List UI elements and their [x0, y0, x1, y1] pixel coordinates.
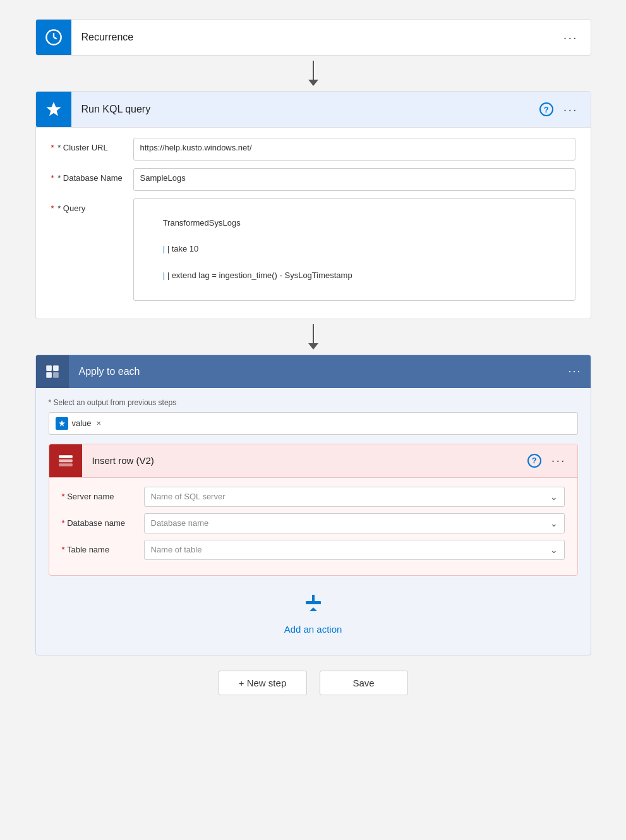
query-row: * * Query TransformedSysLogs | | take 10… [51, 198, 575, 301]
insert-icon-wrap [49, 444, 82, 477]
db-input[interactable]: SampleLogs [133, 168, 575, 191]
svg-rect-11 [59, 463, 73, 466]
dbname-dropdown[interactable]: Database name ⌄ [144, 513, 565, 533]
dbname-chevron-icon: ⌄ [550, 518, 558, 528]
insert-header: Insert row (V2) ? ··· [49, 444, 577, 478]
insert-body: * Server name Name of SQL server ⌄ * Dat… [49, 478, 577, 575]
tablename-chevron-icon: ⌄ [550, 545, 558, 555]
add-action-icon-wrap [299, 591, 327, 619]
save-button[interactable]: Save [320, 671, 408, 695]
server-label: * Server name [62, 492, 144, 501]
add-action-area: Add an action [49, 576, 578, 645]
db-label: * * Database Name [51, 168, 133, 183]
arrow-line-2 [313, 324, 314, 343]
value-tag-icon [56, 417, 68, 430]
value-tag-container[interactable]: value × [49, 412, 578, 435]
cluster-label: * * Cluster URL [51, 138, 133, 152]
arrow-line-1 [313, 61, 314, 80]
svg-marker-8 [59, 420, 65, 427]
server-chevron-icon: ⌄ [550, 492, 558, 502]
apply-icon [44, 363, 61, 380]
query-input[interactable]: TransformedSysLogs | | take 10 | | exten… [133, 198, 575, 301]
value-kql-icon [58, 420, 66, 427]
svg-rect-10 [59, 459, 73, 461]
insert-row-card: Insert row (V2) ? ··· * Server name Name… [49, 444, 578, 576]
svg-rect-6 [46, 372, 52, 378]
kql-more-button[interactable]: ··· [561, 102, 581, 117]
tablename-dropdown[interactable]: Name of table ⌄ [144, 540, 565, 560]
svg-marker-13 [310, 607, 317, 611]
recurrence-title: Recurrence [71, 32, 561, 43]
apply-icon-wrap [36, 355, 69, 388]
server-dropdown[interactable]: Name of SQL server ⌄ [144, 487, 565, 507]
kql-card: Run KQL query ? ··· * * Cluster URL http… [35, 91, 591, 319]
cluster-row: * * Cluster URL https://help.kusto.windo… [51, 138, 575, 161]
query-label: * * Query [51, 198, 133, 213]
recurrence-icon-wrap [36, 20, 71, 55]
select-output-label: * Select an output from previous steps [49, 398, 578, 407]
kql-title: Run KQL query [71, 104, 539, 115]
clock-icon [45, 28, 63, 46]
insert-actions: ? ··· [527, 453, 577, 468]
svg-rect-5 [53, 365, 59, 371]
bottom-actions: + New step Save [25, 655, 601, 708]
svg-line-2 [54, 37, 57, 39]
apply-body: * Select an output from previous steps v… [36, 388, 591, 655]
kql-help-button[interactable]: ? [539, 102, 553, 116]
tablename-label: * Table name [62, 545, 144, 554]
recurrence-more-button[interactable]: ··· [561, 30, 581, 45]
server-row: * Server name Name of SQL server ⌄ [62, 487, 565, 507]
tablename-row: * Table name Name of table ⌄ [62, 540, 565, 560]
arrow-head-1 [308, 80, 318, 86]
kql-actions: ? ··· [539, 102, 591, 117]
add-action-label: Add an action [284, 624, 342, 635]
svg-rect-14 [312, 595, 315, 601]
dbname-row: * Database name Database name ⌄ [62, 513, 565, 533]
kql-header: Run KQL query ? ··· [36, 92, 591, 128]
svg-rect-12 [306, 601, 321, 604]
insert-title: Insert row (V2) [82, 455, 527, 466]
kql-body: * * Cluster URL https://help.kusto.windo… [36, 128, 591, 319]
add-action-icon [301, 592, 326, 618]
kql-icon-wrap [36, 92, 71, 127]
apply-more-button[interactable]: ··· [568, 365, 581, 378]
value-tag-remove-button[interactable]: × [97, 418, 102, 428]
cluster-input[interactable]: https://help.kusto.windows.net/ [133, 138, 575, 161]
kql-icon [45, 100, 63, 118]
insert-help-button[interactable]: ? [527, 454, 541, 468]
arrow-2 [308, 319, 318, 355]
insert-more-button[interactable]: ··· [549, 453, 569, 468]
svg-rect-4 [46, 365, 52, 371]
db-row: * * Database Name SampleLogs [51, 168, 575, 191]
apply-actions: ··· [568, 365, 590, 378]
arrow-1 [308, 56, 318, 91]
apply-title: Apply to each [69, 366, 569, 377]
arrow-head-2 [308, 343, 318, 350]
sql-icon [57, 453, 74, 469]
recurrence-actions: ··· [561, 30, 591, 45]
svg-rect-7 [53, 372, 59, 378]
apply-header: Apply to each ··· [36, 355, 591, 388]
new-step-button[interactable]: + New step [219, 671, 307, 695]
recurrence-card: Recurrence ··· [35, 19, 591, 56]
value-tag-text: value [72, 418, 92, 428]
dbname-label: * Database name [62, 518, 144, 528]
apply-each-card: Apply to each ··· * Select an output fro… [35, 355, 591, 655]
svg-rect-9 [59, 455, 73, 458]
add-action-button[interactable]: Add an action [284, 591, 342, 635]
svg-marker-3 [46, 102, 61, 116]
